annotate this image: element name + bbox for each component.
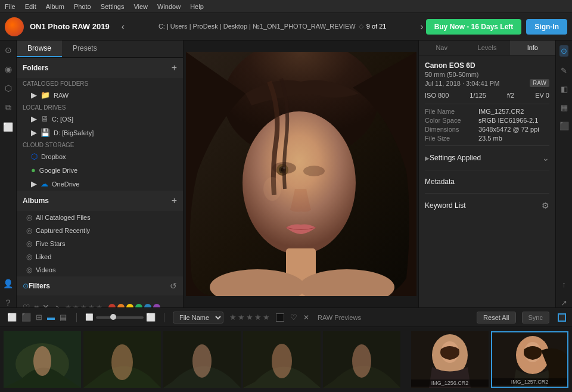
info-panel: Canon EOS 6D 50 mm (50-50mm) Jul 11, 201…: [419, 55, 555, 307]
layers-icon[interactable]: ⧉: [5, 102, 11, 113]
rate-star-1[interactable]: ★: [229, 313, 237, 322]
compare-view-icon[interactable]: ⬛: [20, 312, 32, 323]
portrait-right-icon[interactable]: ▦: [561, 103, 568, 112]
menu-settings[interactable]: Settings: [101, 3, 125, 10]
thumb-item-6[interactable]: IMG_1256.CR2: [411, 331, 489, 388]
filters-section-header[interactable]: ⊙ Filters ↺: [17, 276, 183, 295]
filter-color-blue[interactable]: [144, 304, 151, 307]
filter-color-red[interactable]: [108, 304, 116, 307]
slider-thumb[interactable]: [110, 314, 116, 320]
albums-section-header[interactable]: Albums +: [17, 191, 183, 211]
sync-button[interactable]: Sync: [522, 312, 549, 323]
onedrive-label: OneDrive: [52, 181, 79, 188]
thumb-item-4[interactable]: [243, 331, 321, 388]
album-videos[interactable]: ◎ Videos: [17, 263, 183, 276]
color-swatch-dark[interactable]: [276, 313, 284, 322]
strip-view-icon[interactable]: ▬: [46, 312, 56, 323]
color-swatch-light[interactable]: [558, 313, 566, 322]
reset-all-button[interactable]: Reset All: [477, 312, 515, 323]
dropbox-icon: ⬡: [31, 152, 38, 161]
rate-star-2[interactable]: ★: [238, 313, 245, 322]
thumb-item-7[interactable]: IMG_1257.CR2: [491, 331, 568, 388]
menu-window[interactable]: Window: [157, 3, 181, 10]
folders-section-header[interactable]: Folders +: [17, 58, 183, 78]
filter-star-1[interactable]: ★: [65, 303, 72, 307]
tab-nav[interactable]: Nav: [419, 41, 464, 55]
account-icon[interactable]: 👤: [3, 279, 13, 288]
nav-prev-arrow[interactable]: ‹: [119, 21, 127, 32]
thumb-item-2[interactable]: [83, 331, 161, 388]
filter-color-yellow[interactable]: [126, 304, 133, 307]
album-liked[interactable]: ◎ Liked: [17, 250, 183, 263]
nav-next-arrow[interactable]: ›: [418, 21, 425, 32]
fullscreen-right-icon[interactable]: ↗: [561, 298, 567, 307]
sort-select[interactable]: File Name: [173, 312, 223, 323]
albums-add-icon[interactable]: +: [172, 195, 177, 206]
local-icon[interactable]: ⬜: [3, 122, 13, 132]
resize-right-icon[interactable]: ⬛: [559, 122, 569, 130]
slider-track[interactable]: [96, 316, 144, 319]
edit-right-icon[interactable]: ✎: [561, 66, 567, 75]
thumbnail-size-slider[interactable]: ⬜ ⬜: [85, 313, 156, 322]
rate-star-4[interactable]: ★: [254, 313, 262, 322]
album-all-cataloged[interactable]: ◎ All Cataloged Files: [17, 211, 183, 224]
rate-star-5[interactable]: ★: [263, 313, 270, 322]
tab-levels[interactable]: Levels: [464, 41, 509, 55]
filter-star-4[interactable]: ★: [88, 303, 95, 307]
folder-raw[interactable]: ▶ 📁 RAW: [17, 88, 183, 102]
filter-star-2[interactable]: ★: [73, 303, 79, 307]
filter-color-orange[interactable]: [117, 304, 125, 307]
tab-presets[interactable]: Presets: [62, 41, 108, 57]
single-view-icon[interactable]: ⬜: [6, 312, 18, 323]
filter-x-icon[interactable]: ✕: [42, 303, 49, 307]
keyword-list-section[interactable]: Keyword List ⚙: [425, 197, 549, 214]
album-five-stars[interactable]: ◎ Five Stars: [17, 237, 183, 250]
settings-options-icon[interactable]: ⌄: [542, 153, 549, 163]
tab-info[interactable]: Info: [510, 41, 555, 55]
menu-edit[interactable]: Edit: [25, 3, 36, 10]
rate-star-3[interactable]: ★: [246, 313, 253, 322]
signin-button[interactable]: Sign-In: [526, 19, 567, 35]
folder-onedrive[interactable]: ▶ ☁ OneDrive: [17, 177, 183, 191]
thumb-item-5[interactable]: [323, 331, 400, 388]
filter-heart-filled-icon[interactable]: ♥: [34, 303, 39, 307]
metadata-section[interactable]: Metadata: [425, 174, 549, 189]
folders-title: Folders: [23, 64, 48, 72]
tab-browse[interactable]: Browse: [17, 41, 62, 57]
folder-d-drive[interactable]: ▶ 💾 D: [BigSafety]: [17, 126, 183, 139]
svg-point-17: [111, 344, 133, 380]
help-icon[interactable]: ?: [6, 298, 11, 307]
filter-heart-icon[interactable]: ♡: [23, 303, 30, 307]
settings-applied-section[interactable]: ▶ Settings Applied ⌄: [425, 150, 549, 166]
filmstrip-view-icon[interactable]: ▤: [58, 312, 68, 323]
filter-color-green[interactable]: [135, 304, 142, 307]
folder-dropbox[interactable]: ⬡ Dropbox: [17, 150, 183, 163]
folder-gdrive[interactable]: ● Google Drive: [17, 163, 183, 177]
filters-reset-icon[interactable]: ↺: [170, 281, 177, 291]
menu-album[interactable]: Album: [46, 3, 64, 10]
menu-help[interactable]: Help: [190, 3, 204, 10]
share-right-icon[interactable]: ↑: [562, 280, 566, 289]
browse-icon[interactable]: ⊙: [5, 45, 12, 55]
layers-right-icon[interactable]: ◧: [561, 85, 568, 94]
menu-file[interactable]: File: [5, 3, 15, 10]
filter-star-5[interactable]: ★: [96, 303, 102, 307]
folders-add-icon[interactable]: +: [172, 63, 177, 73]
browse-right-icon[interactable]: ⊙: [559, 45, 568, 57]
menu-view[interactable]: View: [133, 3, 148, 10]
album-captured-recently[interactable]: ◎ Captured Recently: [17, 224, 183, 237]
thumb-item-1[interactable]: [4, 331, 81, 388]
buy-button[interactable]: Buy Now - 16 Days Left: [426, 19, 522, 35]
grid-view-icon[interactable]: ⊞: [35, 312, 43, 323]
filter-color-purple[interactable]: [153, 304, 160, 307]
photo-area[interactable]: [184, 41, 418, 307]
effects-icon[interactable]: ⬡: [5, 83, 12, 93]
heart-filter-icon[interactable]: ♡: [290, 313, 297, 322]
menu-photo[interactable]: Photo: [74, 3, 91, 10]
camera-icon[interactable]: ◉: [5, 64, 12, 74]
folder-c-drive[interactable]: ▶ 🖥 C: [OS]: [17, 112, 183, 126]
keyword-settings-icon[interactable]: ⚙: [542, 201, 549, 210]
filter-star-3[interactable]: ★: [80, 303, 87, 307]
x-filter-icon[interactable]: ✕: [303, 313, 309, 322]
thumb-item-3[interactable]: [163, 331, 241, 388]
